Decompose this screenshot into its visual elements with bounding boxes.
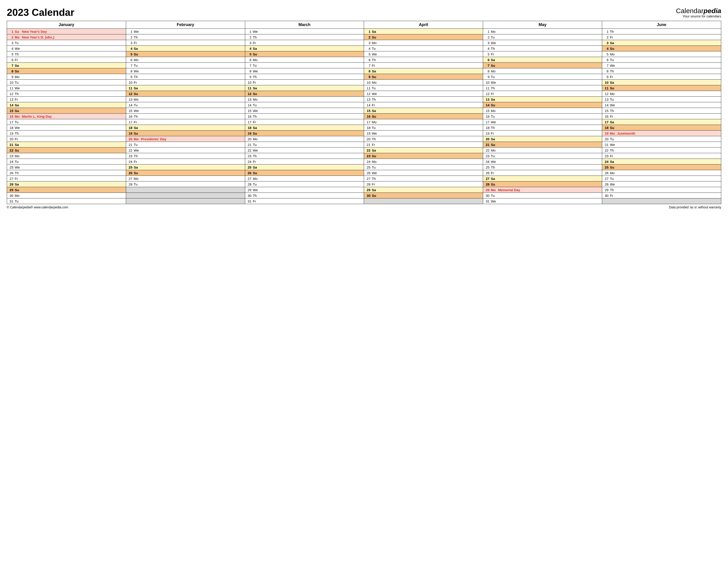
day-of-week: Fr — [372, 143, 378, 147]
day-of-week: Th — [372, 98, 378, 101]
day-number: 30 — [8, 194, 13, 198]
month-header: March — [245, 21, 364, 29]
day-of-week: Fr — [134, 41, 140, 45]
day-cell: 26Fr — [483, 170, 602, 176]
day-cell: 26Su — [126, 170, 245, 176]
day-number: 9 — [247, 75, 251, 79]
day-of-week: Tu — [372, 126, 378, 130]
day-cell: 28Tu — [126, 182, 245, 187]
day-of-week: Sa — [491, 177, 497, 181]
day-cell: 5We — [364, 51, 483, 57]
day-number: 15 — [127, 109, 132, 113]
day-of-week: Fr — [491, 171, 497, 175]
day-of-week: Su — [610, 126, 616, 130]
day-cell: 11Sa — [126, 85, 245, 91]
day-number: 26 — [127, 171, 132, 175]
day-of-week: Su — [15, 30, 21, 34]
day-of-week: We — [372, 132, 378, 135]
day-number: 6 — [8, 58, 13, 62]
day-number: 19 — [8, 132, 13, 135]
day-cell: 15Su — [7, 108, 126, 114]
day-number: 23 — [247, 154, 251, 158]
day-cell: 19Su — [245, 131, 364, 136]
day-number: 21 — [365, 143, 370, 147]
day-number: 12 — [127, 92, 132, 96]
day-cell: 3Sa — [602, 40, 721, 46]
day-number: 23 — [484, 154, 489, 158]
day-number: 22 — [365, 149, 370, 152]
day-number: 3 — [127, 41, 132, 45]
day-cell: 12Su — [126, 91, 245, 97]
day-number: 17 — [247, 120, 251, 124]
day-number: 8 — [8, 69, 13, 73]
day-of-week: Fr — [491, 92, 497, 96]
day-cell: 21Tu — [245, 142, 364, 148]
day-number: 21 — [8, 143, 13, 147]
day-cell: 19Th — [7, 131, 126, 136]
day-cell: 6Fr — [7, 57, 126, 63]
day-of-week: Mo — [491, 30, 497, 34]
day-cell: 24We — [483, 159, 602, 165]
day-cell: 27Sa — [483, 176, 602, 182]
day-of-week: Sa — [253, 126, 259, 130]
day-cell: 31Fr — [245, 199, 364, 204]
day-cell: 6Sa — [483, 57, 602, 63]
day-cell: 3Mo — [364, 40, 483, 46]
day-cell: 28Fr — [364, 182, 483, 187]
day-cell: 24Tu — [7, 159, 126, 165]
day-number: 21 — [127, 143, 132, 147]
day-cell: 7Tu — [126, 63, 245, 68]
day-cell: 17We — [483, 119, 602, 125]
day-of-week: Su — [610, 165, 616, 169]
day-of-week: Fr — [253, 120, 259, 124]
day-cell: 22Th — [602, 148, 721, 153]
footer: © Calendarpedia® www.calendarpedia.com D… — [7, 206, 721, 209]
day-of-week: Th — [134, 154, 140, 158]
day-of-week: Th — [491, 126, 497, 130]
day-of-week: Mo — [134, 177, 140, 181]
day-cell: 14Su — [483, 102, 602, 108]
day-number: 21 — [484, 143, 489, 147]
day-cell: 3Tu — [7, 40, 126, 46]
day-number: 5 — [365, 52, 370, 56]
day-number: 2 — [365, 35, 370, 39]
day-of-week: Tu — [491, 194, 497, 198]
day-of-week: Th — [15, 52, 21, 56]
day-of-week: Fr — [253, 199, 259, 203]
day-cell: 29Sa — [364, 187, 483, 193]
day-of-week: We — [372, 171, 378, 175]
day-of-week: Su — [134, 171, 140, 175]
day-number: 14 — [365, 103, 370, 107]
day-of-week: Tu — [134, 103, 140, 107]
day-cell: 17Mo — [364, 119, 483, 125]
day-of-week: Th — [372, 177, 378, 181]
day-cell: 30Fr — [602, 193, 721, 199]
day-of-week: Sa — [15, 64, 21, 67]
day-number: 1 — [484, 30, 489, 34]
day-number: 9 — [603, 75, 608, 79]
day-of-week: Sa — [372, 30, 378, 34]
day-of-week: Th — [15, 92, 21, 96]
day-number: 25 — [603, 165, 608, 169]
day-number: 15 — [8, 109, 13, 113]
day-of-week: Mo — [15, 154, 21, 158]
day-of-week: Sa — [15, 103, 21, 107]
day-number: 14 — [603, 103, 608, 107]
day-cell: 18Th — [483, 125, 602, 131]
day-number: 10 — [127, 81, 132, 84]
day-of-week: Th — [372, 137, 378, 141]
day-cell: 4Th — [483, 46, 602, 51]
day-cell: 25Sa — [126, 165, 245, 170]
day-of-week: Th — [372, 58, 378, 62]
day-cell: 13Tu — [602, 97, 721, 102]
day-of-week: Mo — [134, 98, 140, 101]
day-of-week: Th — [15, 132, 21, 135]
day-cell: 8Sa — [364, 68, 483, 74]
day-of-week: Sa — [372, 69, 378, 73]
day-of-week: Su — [491, 64, 497, 67]
day-cell: 23Su — [364, 153, 483, 159]
day-number: 31 — [484, 199, 489, 203]
day-cell: 1Sa — [364, 29, 483, 34]
day-of-week: We — [253, 188, 259, 192]
day-of-week: Fr — [134, 120, 140, 124]
